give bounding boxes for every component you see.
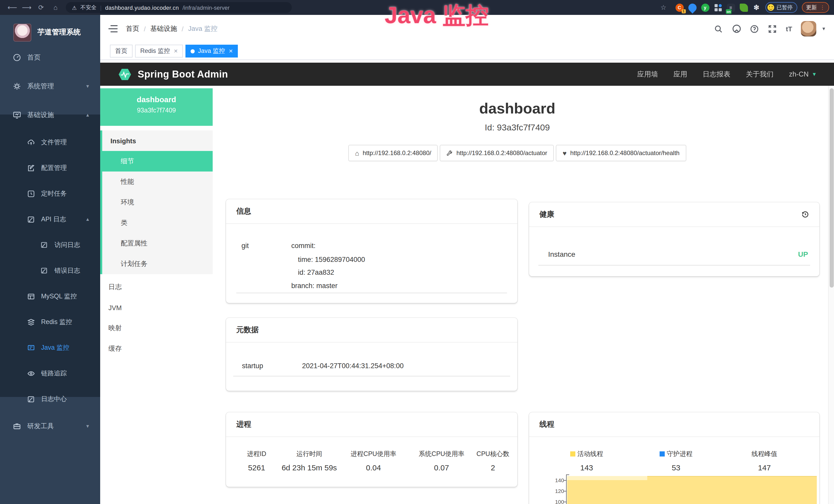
sidebar-item-label: 访问日志 bbox=[54, 240, 80, 249]
address-separator: | bbox=[100, 4, 102, 10]
sidebar-item-log-center[interactable]: 日志中心 bbox=[0, 386, 100, 412]
instance-name: dashboard bbox=[100, 95, 213, 104]
history-icon[interactable] bbox=[802, 210, 809, 218]
health-card-title: 健康 bbox=[529, 202, 819, 227]
health-url-button[interactable]: ♥ http://192.168.0.2:48080/actuator/heal… bbox=[556, 145, 686, 161]
sidebar-item-system[interactable]: 系统管理 ▼ bbox=[0, 72, 100, 101]
sba-logo-icon bbox=[118, 67, 132, 82]
sidebar-item-home[interactable]: 首页 bbox=[0, 43, 100, 72]
tab-home[interactable]: 首页 bbox=[110, 45, 133, 58]
dashboard-icon bbox=[13, 53, 21, 62]
close-icon[interactable]: ✕ bbox=[174, 48, 178, 54]
legend-label: 守护进程 bbox=[667, 450, 693, 458]
sba-nav-applications[interactable]: 应用 bbox=[674, 70, 687, 79]
sba-side-item-logs[interactable]: 日志 bbox=[100, 277, 213, 297]
user-avatar[interactable] bbox=[801, 21, 816, 37]
sba-side-item-mappings[interactable]: 映射 bbox=[100, 318, 213, 338]
forward-icon[interactable]: ⟶ bbox=[20, 4, 34, 11]
row-divider bbox=[539, 265, 810, 266]
sba-side-item-jvm[interactable]: JVM bbox=[100, 297, 213, 318]
actuator-url-button[interactable]: http://192.168.0.2:48080/actuator bbox=[440, 145, 554, 161]
sba-side-item-classes[interactable]: 类 bbox=[102, 212, 213, 233]
sidebar-item-config-manage[interactable]: 配置管理 bbox=[0, 155, 100, 181]
help-icon[interactable] bbox=[750, 24, 759, 33]
sidebar-item-label: 研发工具 bbox=[27, 421, 54, 431]
side-item-label: 映射 bbox=[108, 323, 122, 333]
health-status-badge: UP bbox=[798, 251, 808, 258]
sba-side-item-config-props[interactable]: 配置属性 bbox=[102, 233, 213, 254]
sba-nav-wallboard[interactable]: 应用墙 bbox=[637, 70, 658, 79]
fullscreen-icon[interactable] bbox=[768, 24, 777, 33]
metadata-row-label: startup bbox=[242, 362, 263, 370]
extension-leaf-icon[interactable] bbox=[740, 3, 748, 12]
sidebar-item-error-log[interactable]: 错误日志 bbox=[0, 258, 100, 283]
instance-header: dashboard 93a3fc7f7409 bbox=[100, 88, 213, 126]
sba-side-item-scheduled[interactable]: 计划任务 bbox=[102, 254, 213, 274]
reload-icon[interactable]: ⟳ bbox=[34, 4, 48, 11]
scrollbar-thumb[interactable] bbox=[830, 88, 834, 288]
tab-label: Redis 监控 bbox=[140, 47, 170, 55]
chrome-update-button[interactable]: 更新 ⋮ bbox=[802, 2, 829, 13]
sidebar-item-scheduled-jobs[interactable]: 定时任务 bbox=[0, 181, 100, 206]
app-logo-row[interactable]: 芋道管理系统 bbox=[0, 20, 100, 45]
font-size-icon[interactable]: tT bbox=[786, 25, 792, 32]
security-label[interactable]: 不安全 bbox=[81, 4, 96, 11]
sba-side-item-environment[interactable]: 环境 bbox=[102, 192, 213, 212]
sidebar-item-dev-tools[interactable]: 研发工具 ▼ bbox=[0, 412, 100, 441]
address-bar[interactable]: ⚠ 不安全 | dashboard.yudao.iocoder.cn/infra… bbox=[66, 2, 292, 13]
sidebar-item-redis-monitor[interactable]: Redis 监控 bbox=[0, 309, 100, 335]
url-domain: dashboard.yudao.iocoder.cn bbox=[105, 4, 179, 10]
sba-brand[interactable]: Spring Boot Admin bbox=[118, 67, 228, 82]
extension-c-icon[interactable]: C1 bbox=[675, 3, 683, 12]
val-live-threads: 143 bbox=[546, 463, 628, 472]
sba-nav-journal[interactable]: 日志报表 bbox=[703, 70, 730, 79]
sba-language-select[interactable]: zh-CN ▼ bbox=[789, 70, 817, 78]
health-card: 健康 Instance UP bbox=[529, 202, 819, 276]
security-warning-icon[interactable]: ⚠ bbox=[72, 4, 77, 10]
extension-y-icon[interactable]: y bbox=[701, 3, 709, 12]
navbar-tools: tT ▼ bbox=[714, 21, 826, 37]
extension-grid-icon[interactable] bbox=[714, 3, 722, 12]
sidebar-item-java-monitor[interactable]: Java 监控 bbox=[0, 335, 100, 361]
breadcrumb-infra[interactable]: 基础设施 bbox=[150, 24, 177, 33]
service-url-button[interactable]: ⌂ http://192.168.0.2:48080/ bbox=[348, 145, 438, 161]
home-icon[interactable]: ⌂ bbox=[48, 4, 63, 11]
sidebar-item-tracing[interactable]: 链路追踪 bbox=[0, 361, 100, 386]
browser-menu-icon[interactable]: ⋮ bbox=[820, 5, 825, 10]
close-icon[interactable]: ✕ bbox=[228, 48, 233, 54]
scrollbar[interactable] bbox=[828, 86, 834, 504]
extensions-puzzle-icon[interactable]: ❇ bbox=[752, 3, 761, 12]
tab-redis-monitor[interactable]: Redis 监控✕ bbox=[135, 45, 183, 58]
chevron-up-icon: ▲ bbox=[85, 217, 90, 222]
sidebar-toggle-icon[interactable] bbox=[108, 25, 118, 32]
github-icon[interactable] bbox=[732, 24, 741, 33]
user-menu-caret-icon[interactable]: ▼ bbox=[821, 26, 826, 31]
profile-chip[interactable]: 已暂停 bbox=[765, 2, 797, 13]
heartbeat-icon: ♥ bbox=[563, 149, 567, 157]
sba-side-item-details[interactable]: 细节 bbox=[100, 151, 213, 171]
sba-side-item-caches[interactable]: 缓存 bbox=[100, 338, 213, 359]
side-item-label: 环境 bbox=[121, 198, 134, 207]
on-badge: on bbox=[726, 9, 732, 14]
sba-nav-about[interactable]: 关于我们 bbox=[746, 70, 774, 79]
extension-switch-icon[interactable]: ≡on bbox=[727, 3, 735, 12]
val-cpus: 2 bbox=[474, 463, 512, 472]
card-title-label: 元数据 bbox=[236, 325, 259, 335]
bookmark-star-icon[interactable]: ☆ bbox=[656, 4, 671, 11]
search-icon[interactable] bbox=[714, 24, 723, 33]
sidebar-item-access-log[interactable]: 访问日志 bbox=[0, 232, 100, 258]
health-url: http://192.168.0.2:48080/actuator/health bbox=[570, 150, 680, 157]
sidebar-item-infrastructure[interactable]: 基础设施 ▲ bbox=[0, 101, 100, 130]
breadcrumb-home[interactable]: 首页 bbox=[126, 24, 139, 33]
cloud-upload-icon bbox=[27, 138, 35, 146]
extension-pin-icon[interactable] bbox=[686, 2, 698, 13]
tab-java-monitor[interactable]: Java 监控✕ bbox=[186, 45, 238, 58]
col-uptime: 运行时间 bbox=[281, 450, 337, 459]
sidebar-item-api-log[interactable]: API 日志 ▲ bbox=[0, 206, 100, 232]
sidebar-item-file-manage[interactable]: 文件管理 bbox=[0, 130, 100, 155]
sba-side-item-metrics[interactable]: 性能 bbox=[102, 171, 213, 192]
sidebar-item-mysql-monitor[interactable]: MySQL 监控 bbox=[0, 283, 100, 309]
sidebar-item-label: 系统管理 bbox=[27, 82, 54, 91]
back-icon[interactable]: ⟵ bbox=[5, 4, 20, 11]
sidebar-item-label: 链路追踪 bbox=[41, 369, 67, 378]
